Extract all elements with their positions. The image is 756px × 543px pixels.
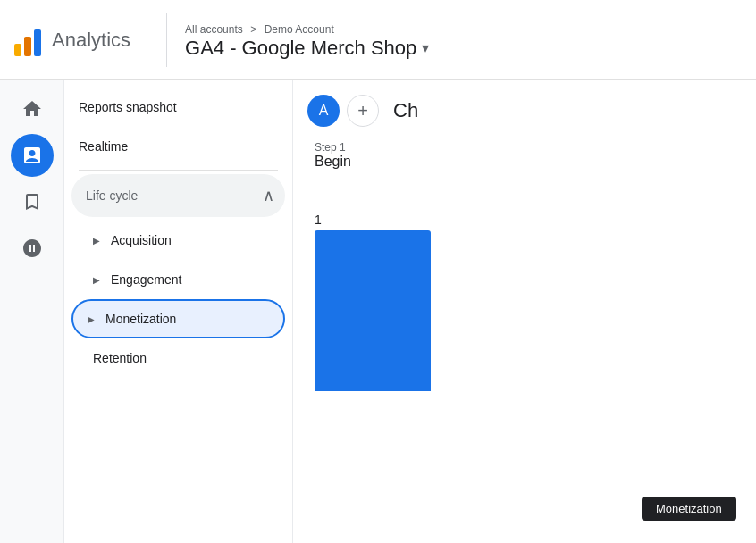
realtime-label: Realtime xyxy=(79,139,128,154)
header: Analytics All accounts > Demo Account GA… xyxy=(0,0,756,80)
icon-nav xyxy=(0,80,64,543)
sidebar-item-retention[interactable]: Retention xyxy=(64,338,285,378)
sidebar-section-lifecycle[interactable]: Life cycle ∧ xyxy=(71,174,285,217)
breadcrumb: All accounts > Demo Account xyxy=(185,21,429,37)
chart-bar xyxy=(315,230,431,391)
add-icon: + xyxy=(357,101,368,121)
engagement-arrow-icon: ▶ xyxy=(93,275,100,285)
lifecycle-label: Life cycle xyxy=(86,188,138,203)
breadcrumb-part2: Demo Account xyxy=(265,23,334,36)
account-name: GA4 - Google Merch Shop xyxy=(185,37,416,60)
explore-icon xyxy=(21,191,43,213)
reports-icon xyxy=(21,145,43,166)
home-icon xyxy=(21,98,43,120)
app-name: Analytics xyxy=(52,29,130,52)
nav-reports-button[interactable] xyxy=(11,134,54,177)
engagement-label: Engagement xyxy=(111,272,181,287)
dropdown-arrow: ▾ xyxy=(422,39,429,56)
tooltip-label: Monetization xyxy=(656,502,722,515)
account-info: All accounts > Demo Account GA4 - Google… xyxy=(185,21,429,60)
account-title[interactable]: GA4 - Google Merch Shop ▾ xyxy=(185,37,429,60)
nav-explore-button[interactable] xyxy=(11,180,54,223)
breadcrumb-part1: All accounts xyxy=(185,23,243,36)
step1-label: Step 1 Begin xyxy=(315,141,351,170)
logo-bar-2 xyxy=(24,37,31,56)
acquisition-label: Acquisition xyxy=(111,233,172,247)
monetization-label: Monetization xyxy=(105,312,176,326)
main-layout: Reports snapshot Realtime Life cycle ∧ ▶… xyxy=(0,80,756,543)
advertising-icon xyxy=(21,238,43,259)
nav-home-button[interactable] xyxy=(11,88,54,130)
main-content: A + Ch Step 1 Begin 1 Monetizat xyxy=(293,80,756,543)
sidebar-item-realtime[interactable]: Realtime xyxy=(64,127,292,166)
retention-label: Retention xyxy=(93,351,147,365)
chart-area: Step 1 Begin 1 xyxy=(307,141,742,409)
breadcrumb-separator: > xyxy=(250,23,256,36)
monetization-arrow-icon: ▶ xyxy=(88,314,95,324)
logo-bar-3 xyxy=(34,29,41,56)
lifecycle-chevron-icon: ∧ xyxy=(263,186,274,205)
header-divider xyxy=(166,13,167,67)
monetization-tooltip: Monetization xyxy=(642,497,736,521)
nav-advertising-button[interactable] xyxy=(11,227,54,270)
sidebar-divider xyxy=(79,170,278,171)
sidebar-item-engagement[interactable]: ▶ Engagement xyxy=(64,260,285,299)
content-title-partial: Ch xyxy=(393,99,418,122)
add-comparison-button[interactable]: + xyxy=(347,95,379,127)
reports-snapshot-label: Reports snapshot xyxy=(79,100,177,114)
sidebar-item-monetization[interactable]: ▶ Monetization xyxy=(71,299,285,338)
logo-area: Analytics xyxy=(14,24,148,56)
logo-icon xyxy=(14,24,41,56)
sidebar-item-acquisition[interactable]: ▶ Acquisition xyxy=(64,221,285,260)
chart-number: 1 xyxy=(315,213,322,227)
avatar-letter: A xyxy=(319,103,329,119)
sidebar-item-reports-snapshot[interactable]: Reports snapshot xyxy=(64,88,292,127)
logo-bar-1 xyxy=(14,44,21,56)
acquisition-arrow-icon: ▶ xyxy=(93,236,100,246)
user-avatar[interactable]: A xyxy=(307,95,340,127)
sidebar: Reports snapshot Realtime Life cycle ∧ ▶… xyxy=(64,80,293,543)
content-header-row: A + Ch xyxy=(307,95,742,127)
